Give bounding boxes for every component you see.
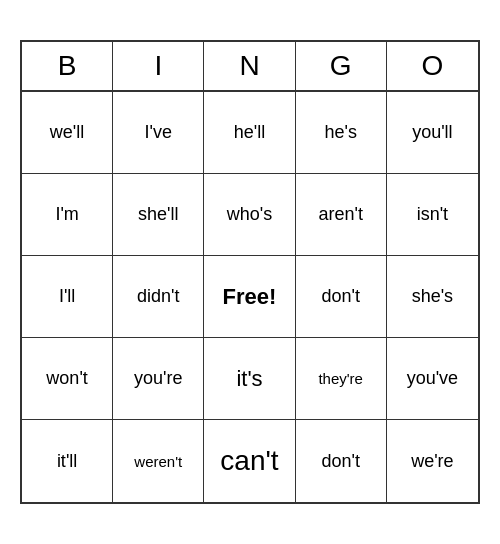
bingo-cell: he's [296,92,387,174]
bingo-cell: it's [204,338,295,420]
bingo-header: BINGO [22,42,478,92]
bingo-cell: you've [387,338,478,420]
bingo-cell: can't [204,420,295,502]
bingo-grid: we'llI'vehe'llhe'syou'llI'mshe'llwho'sar… [22,92,478,502]
bingo-cell: we'll [22,92,113,174]
bingo-cell: she's [387,256,478,338]
bingo-card: BINGO we'llI'vehe'llhe'syou'llI'mshe'llw… [20,40,480,504]
header-letter: I [113,42,204,90]
bingo-cell: won't [22,338,113,420]
bingo-cell: I'm [22,174,113,256]
bingo-cell: aren't [296,174,387,256]
bingo-cell: don't [296,420,387,502]
bingo-cell: it'll [22,420,113,502]
bingo-cell: who's [204,174,295,256]
header-letter: G [296,42,387,90]
bingo-cell: she'll [113,174,204,256]
bingo-cell: we're [387,420,478,502]
bingo-cell: isn't [387,174,478,256]
bingo-cell: didn't [113,256,204,338]
bingo-cell: don't [296,256,387,338]
header-letter: B [22,42,113,90]
bingo-cell: they're [296,338,387,420]
bingo-cell: you're [113,338,204,420]
bingo-cell: I've [113,92,204,174]
header-letter: N [204,42,295,90]
header-letter: O [387,42,478,90]
bingo-cell: you'll [387,92,478,174]
bingo-cell: Free! [204,256,295,338]
bingo-cell: he'll [204,92,295,174]
bingo-cell: I'll [22,256,113,338]
bingo-cell: weren't [113,420,204,502]
